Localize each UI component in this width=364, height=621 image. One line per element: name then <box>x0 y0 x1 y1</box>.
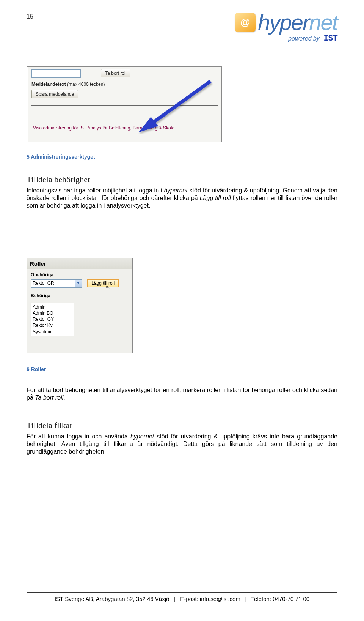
section-tilldela-flikar: Tilldela flikar För att kunna logga in o… <box>27 421 337 456</box>
header-logo: @ hypernet powered by IST <box>235 9 337 43</box>
heading-behorighet: Tilldela behörighet <box>27 175 337 184</box>
message-sub: (max 4000 tecken) <box>67 82 105 87</box>
footer-email-label: E-post: <box>180 596 198 602</box>
obehoriga-label: Obehöriga <box>31 272 129 277</box>
remove-role-button[interactable]: Ta bort roll <box>101 69 130 77</box>
powered-label: powered by <box>288 35 320 42</box>
p2-part1: För att ta bort behörigheten till analys… <box>27 387 337 401</box>
footer-phone-label: Telefon: <box>251 596 271 602</box>
add-role-label: Lägg till roll <box>91 281 115 286</box>
role-select[interactable]: Rektor GR ▼ <box>31 279 82 288</box>
screenshot-roller: Roller Obehöriga Rektor GR ▼ Lägg till r… <box>27 258 133 353</box>
p1-part1: Inledningsvis har inga roller möjlighet … <box>27 187 164 194</box>
section-tilldela-behorighet: Tilldela behörighet Inledningsvis har in… <box>27 175 337 210</box>
footer-phone: 0470-70 71 00 <box>273 596 309 602</box>
chevron-down-icon[interactable]: ▼ <box>75 280 82 287</box>
heading-flikar: Tilldela flikar <box>27 421 337 430</box>
p1-em1: hypernet <box>164 187 187 194</box>
behoriga-listbox[interactable]: Admin Admin BO Rektor GY Rektor Kv Sysad… <box>31 303 74 336</box>
ist-badge: IST <box>323 34 337 43</box>
footer-sep2: | <box>245 596 246 602</box>
text-input-placeholder[interactable] <box>31 69 81 78</box>
pointer-arrow-icon <box>131 81 214 138</box>
add-role-button[interactable]: Lägg till roll ↖ <box>87 279 119 287</box>
p3-em: hypernet <box>130 433 154 440</box>
logo-text: hypernet <box>258 9 337 35</box>
role-select-value: Rektor GR <box>33 281 54 286</box>
list-item[interactable]: Rektor Kv <box>33 322 72 328</box>
p3-part1: För att kunna logga in och använda <box>27 433 130 440</box>
list-item[interactable]: Rektor GY <box>33 316 72 322</box>
list-item[interactable]: Admin BO <box>33 310 72 316</box>
behoriga-label: Behöriga <box>31 293 129 298</box>
p2-em: Ta bort roll <box>35 394 63 401</box>
screenshot-admin-tool: Ta bort roll Meddelandetext (max 4000 te… <box>27 66 222 142</box>
footer-company: IST Sverige AB, Arabygatan 82, 352 46 Vä… <box>55 596 169 602</box>
paragraph-2: För att ta bort behörigheten till analys… <box>27 386 337 402</box>
footer-email: info.se@ist.com <box>200 596 240 602</box>
list-item[interactable]: Admin <box>33 304 72 310</box>
footer-sep: | <box>174 596 176 602</box>
logo-at-icon: @ <box>235 13 256 32</box>
message-label: Meddelandetext <box>31 82 66 87</box>
section-remove-role: För att ta bort behörigheten till analys… <box>27 386 337 402</box>
page-number: 15 <box>27 13 33 20</box>
logo-main: hyper <box>258 10 309 35</box>
row-remove-role: Ta bort roll <box>31 69 218 82</box>
footer: IST Sverige AB, Arabygatan 82, 352 46 Vä… <box>27 592 337 602</box>
save-message-button[interactable]: Spara meddelande <box>31 90 78 98</box>
caption-5: 5 Administreringsverktyget <box>27 154 95 160</box>
svg-line-0 <box>150 81 210 125</box>
p1-em2: Lägg till roll <box>200 195 231 201</box>
caption-6: 6 Roller <box>27 366 46 372</box>
roller-header: Roller <box>27 258 132 269</box>
list-item[interactable]: Sysadmin <box>33 329 72 335</box>
logo-suffix: net <box>309 10 337 35</box>
paragraph-3: För att kunna logga in och använda hyper… <box>27 433 337 456</box>
p2-end: . <box>63 394 65 401</box>
paragraph-1: Inledningsvis har inga roller möjlighet … <box>27 187 337 210</box>
